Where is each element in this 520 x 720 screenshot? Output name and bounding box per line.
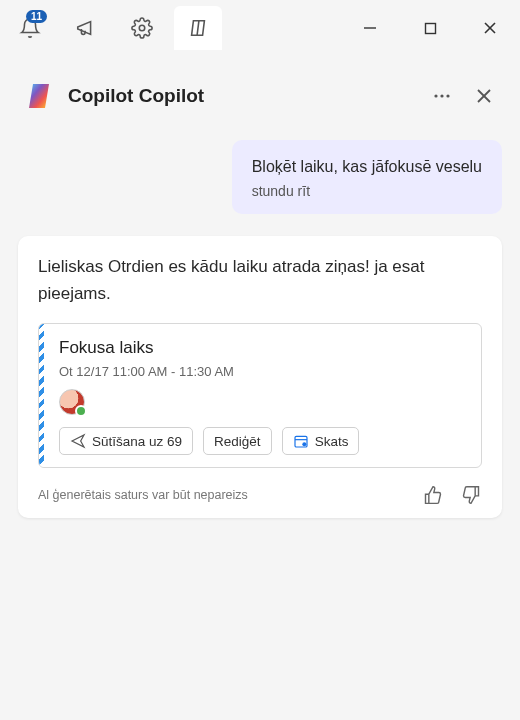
close-window-button[interactable] (460, 6, 520, 50)
user-message-line1: Bloķēt laiku, kas jāfokusē veselu (252, 156, 482, 178)
megaphone-icon (75, 17, 97, 39)
thumbs-down-icon (461, 485, 481, 505)
notification-badge: 11 (26, 10, 47, 23)
feedback-controls (422, 484, 482, 506)
event-title: Fokusa laiks (59, 338, 465, 358)
assistant-footer: Al ģenerētais saturs var būt nepareizs (38, 480, 482, 506)
settings-button[interactable] (118, 6, 166, 50)
user-message-bubble: Bloķēt laiku, kas jāfokusē veselu stundu… (232, 140, 502, 214)
send-icon (70, 433, 86, 449)
event-actions: Sūtīšana uz 69 Rediģēt Skats (59, 427, 465, 455)
event-time: Ot 12/17 11:00 AM - 11:30 AM (59, 364, 465, 379)
edit-button[interactable]: Rediģēt (203, 427, 272, 455)
notifications-button[interactable]: 11 (6, 6, 54, 50)
minimize-button[interactable] (340, 6, 400, 50)
send-button-label: Sūtīšana uz 69 (92, 434, 182, 449)
svg-point-12 (302, 443, 306, 447)
svg-point-0 (139, 25, 145, 31)
copilot-tab[interactable] (174, 6, 222, 50)
chat-area: Bloķēt laiku, kas jāfokusē veselu stundu… (0, 120, 520, 720)
titlebar: 11 (0, 0, 520, 56)
ai-disclaimer: Al ģenerētais saturs var būt nepareizs (38, 488, 248, 502)
view-button-label: Skats (315, 434, 349, 449)
user-message-line2: stundu rīt (252, 182, 482, 201)
thumbs-up-button[interactable] (422, 484, 444, 506)
window-controls (340, 6, 520, 50)
view-button[interactable]: Skats (282, 427, 360, 455)
presence-available-icon (75, 405, 87, 417)
minimize-icon (363, 21, 377, 35)
svg-point-7 (446, 94, 449, 97)
panel-title: Copilot Copilot (68, 85, 204, 107)
svg-point-5 (434, 94, 437, 97)
send-button[interactable]: Sūtīšana uz 69 (59, 427, 193, 455)
titlebar-left: 11 (0, 6, 222, 50)
assistant-response-card: Lieliskas Otrdien es kādu laiku atrada z… (18, 236, 502, 518)
calendar-event-card: Fokusa laiks Ot 12/17 11:00 AM - 11:30 A… (38, 323, 482, 468)
svg-point-6 (440, 94, 443, 97)
close-icon (483, 21, 497, 35)
thumbs-down-button[interactable] (460, 484, 482, 506)
maximize-button[interactable] (400, 6, 460, 50)
copilot-logo-icon (24, 80, 56, 112)
close-panel-button[interactable] (472, 84, 496, 108)
maximize-icon (424, 22, 437, 35)
ellipsis-icon (432, 86, 452, 106)
close-icon (475, 87, 493, 105)
panel-header-actions (430, 84, 496, 108)
attendee-avatar (59, 389, 85, 415)
thumbs-up-icon (423, 485, 443, 505)
panel-title-group: Copilot Copilot (24, 80, 204, 112)
assistant-text: Lieliskas Otrdien es kādu laiku atrada z… (38, 254, 482, 307)
edit-button-label: Rediģēt (214, 434, 261, 449)
copilot-icon (187, 17, 209, 39)
more-options-button[interactable] (430, 84, 454, 108)
gear-icon (131, 17, 153, 39)
copilot-panel: Copilot Copilot Bloķēt laiku, kas jāfoku… (0, 56, 520, 720)
announcements-button[interactable] (62, 6, 110, 50)
calendar-view-icon (293, 433, 309, 449)
svg-rect-2 (425, 23, 435, 33)
panel-header: Copilot Copilot (0, 56, 520, 120)
